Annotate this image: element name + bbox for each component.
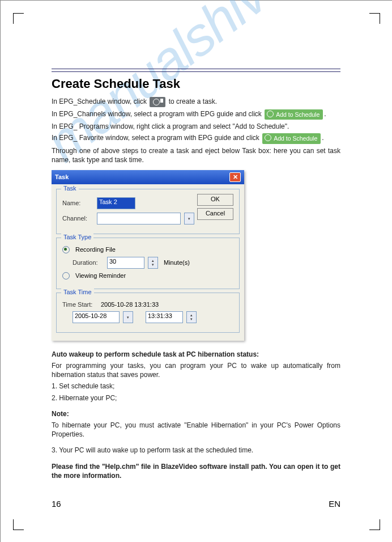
recording-label: Recording File xyxy=(75,246,116,253)
closing-text: Please find the "Help.chm" file in Blaze… xyxy=(52,462,340,480)
duration-unit: Minute(s) xyxy=(164,259,190,266)
language-code: EN xyxy=(329,499,340,509)
page-title: Create Schedule Task xyxy=(52,77,340,91)
viewing-label: Viewing Reminder xyxy=(75,272,126,279)
group-task-legend: Task xyxy=(61,185,79,192)
close-icon[interactable]: ✕ xyxy=(229,172,241,182)
timestart-value: 2005-10-28 13:31:33 xyxy=(101,301,159,308)
recording-radio[interactable] xyxy=(62,246,70,253)
channel-label: Channel: xyxy=(62,215,93,222)
step-1: 1. Set schedule task; xyxy=(52,382,340,391)
dialog-titlebar: Task ✕ xyxy=(52,170,244,184)
task-dialog: Task ✕ Task OK Cancel Name:Task 2 Channe… xyxy=(52,170,244,341)
page-footer: 16 EN xyxy=(52,499,340,509)
chevron-down-icon[interactable]: ▾ xyxy=(184,213,194,225)
name-input[interactable]: Task 2 xyxy=(97,197,135,209)
page-number: 16 xyxy=(52,499,61,509)
group-tasktime-legend: Task Time xyxy=(61,289,94,295)
horizontal-rule xyxy=(52,69,340,72)
duration-input[interactable]: 30 xyxy=(107,257,144,269)
channel-select[interactable] xyxy=(97,213,181,225)
name-label: Name: xyxy=(62,200,93,206)
date-chevron-icon[interactable]: ▾ xyxy=(123,311,133,323)
add-to-schedule-button-1: Add to Schedule xyxy=(265,109,323,120)
step-2: 2. Hibernate your PC; xyxy=(52,393,340,403)
group-tasktype-legend: Task Type xyxy=(61,234,93,240)
paragraph-2: In EPG_Channels window, select a program… xyxy=(52,109,340,120)
ok-button[interactable]: OK xyxy=(197,194,233,206)
add-to-schedule-button-2: Add to Schedule xyxy=(262,133,321,143)
timestart-label: Time Start: xyxy=(62,301,97,308)
cancel-button[interactable]: Cancel xyxy=(197,208,233,220)
step-3: 3. Your PC will auto wake up to perform … xyxy=(52,446,340,455)
time-input[interactable]: 13:31:33 xyxy=(146,311,183,323)
duration-label: Duration: xyxy=(73,259,104,266)
note-heading: Note: xyxy=(52,409,340,418)
viewing-radio[interactable] xyxy=(62,272,70,280)
note-text: To hibernate your PC, you must activate … xyxy=(52,421,340,439)
duration-spinner[interactable]: ▴▾ xyxy=(148,257,158,269)
clock-icon xyxy=(150,97,165,107)
section-text-1: For programming your tasks, you can prog… xyxy=(52,361,340,379)
paragraph-3: In EPG_ Programs window, right click a p… xyxy=(52,122,340,131)
paragraph-4: In EPG_ Favorite window, select a progra… xyxy=(52,133,340,143)
time-spinner[interactable]: ▴▾ xyxy=(186,311,197,323)
paragraph-1: In EPG_Schedule window, click to create … xyxy=(52,97,340,107)
dialog-title: Task xyxy=(55,173,69,180)
paragraph-5: Through one of above steps to create a t… xyxy=(52,146,340,164)
date-input[interactable]: 2005-10-28 xyxy=(73,311,120,323)
section-heading-1: Auto wakeup to perform schedule task at … xyxy=(52,350,340,359)
